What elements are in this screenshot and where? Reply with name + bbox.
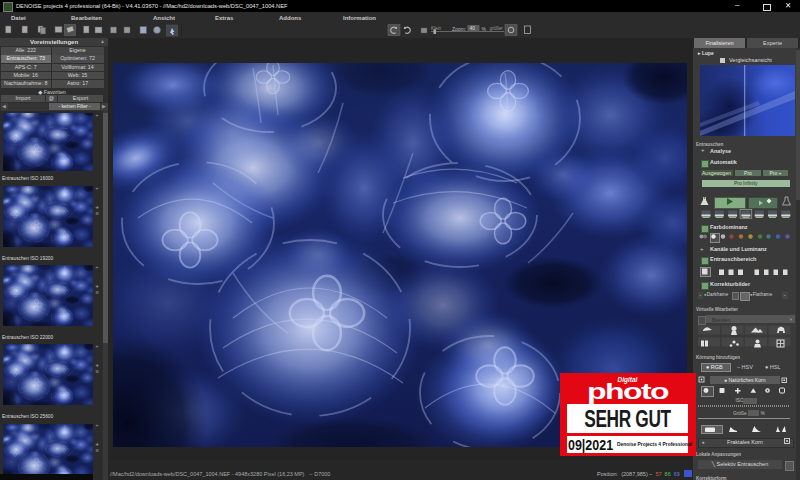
svg-text:Klein: Klein (431, 26, 442, 31)
svg-text:größer: größer (490, 26, 504, 31)
svg-text:40: 40 (470, 25, 476, 31)
svg-text:%: % (482, 26, 487, 32)
svg-text:Zoom:: Zoom: (452, 26, 466, 32)
